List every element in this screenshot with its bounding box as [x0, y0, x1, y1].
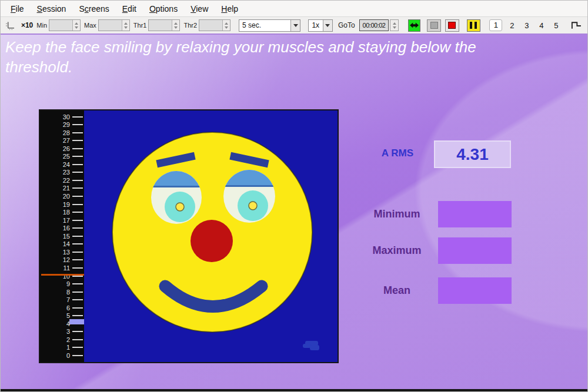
bottom-strip	[1, 389, 587, 391]
scale-tick-label: 17	[40, 217, 70, 224]
minimum-value-box	[438, 201, 512, 227]
playback-speed-value: 1x	[309, 21, 322, 29]
scale-tick-label: 5	[40, 312, 70, 319]
thr1-label: Thr1	[133, 22, 147, 29]
stop-button[interactable]	[445, 19, 459, 32]
scale-tick-label: 25	[40, 153, 70, 160]
scale-tick-label: 1	[40, 344, 70, 351]
scale-tick-label: 23	[40, 169, 70, 176]
menu-file[interactable]: File	[4, 2, 31, 16]
emg-face-widget: 3029282726252423222120191817161514131211…	[39, 109, 339, 363]
maximum-value-box	[438, 237, 512, 264]
screen-selector: 12345	[487, 19, 563, 31]
scale-tick-label: 29	[40, 121, 70, 128]
scale-tick-label: 18	[40, 209, 70, 216]
screen-5-button[interactable]: 5	[552, 21, 560, 30]
red-square-icon	[448, 22, 456, 29]
scale-tick-mark	[72, 355, 83, 356]
goto-time-spinner[interactable]	[390, 19, 398, 31]
scale-tick-mark	[72, 172, 83, 173]
scale-tick-mark	[72, 132, 83, 133]
scale-tick-mark	[72, 267, 83, 269]
scale-tick-label: 19	[40, 201, 70, 208]
step-line-icon[interactable]	[571, 21, 583, 30]
thr2-field[interactable]	[199, 19, 230, 31]
double-horizontal-arrow-icon	[409, 22, 419, 29]
scale-tick-mark	[72, 227, 83, 229]
scale-tick-label: 12	[40, 256, 70, 263]
scale-tick-mark	[72, 124, 83, 125]
scale-tick-label: 22	[40, 177, 70, 184]
goto-time-field[interactable]: 00:00:02	[359, 19, 389, 31]
menu-options[interactable]: Options	[143, 2, 184, 16]
chevron-down-icon[interactable]	[290, 20, 300, 31]
smiley-face-graphic	[84, 110, 338, 362]
up-down-arrows-icon[interactable]	[122, 20, 129, 31]
scale-tick-mark	[72, 220, 83, 221]
chevron-down-icon[interactable]	[323, 20, 332, 31]
pause-bar-icon	[475, 22, 477, 29]
scale-tick-label: 26	[40, 145, 70, 152]
playback-speed-combo[interactable]: 1x	[308, 19, 332, 32]
gray-square-icon	[430, 22, 438, 29]
thr1-field[interactable]	[148, 19, 180, 31]
scale-tick-label: 13	[40, 249, 70, 256]
min-label: Min	[36, 22, 47, 29]
menu-bar: FileSessionScreensEditOptionsViewHelp	[1, 1, 587, 17]
axes-icon[interactable]	[5, 21, 15, 31]
scale-tick-mark	[72, 140, 83, 141]
scale-tick-mark	[72, 236, 83, 237]
max-field[interactable]	[98, 19, 130, 31]
scale-tick-mark	[72, 156, 83, 157]
min-field[interactable]	[49, 19, 81, 31]
menu-session[interactable]: Session	[31, 2, 73, 16]
scale-tick-label: 6	[40, 304, 70, 311]
menu-edit[interactable]: Edit	[116, 2, 143, 16]
toolbar: ×10 MinMaxThr1Thr2 5 sec. 1x GoTo 00:00:…	[1, 17, 587, 35]
time-window-combo[interactable]: 5 sec.	[239, 19, 300, 32]
menu-help[interactable]: Help	[215, 2, 245, 16]
screen-1-button[interactable]: 1	[489, 19, 502, 31]
feedback-screen: Keep the face smiling by relaxing your m…	[1, 35, 587, 389]
scale-tick-mark	[72, 116, 83, 118]
scale-tick-label: 15	[40, 233, 70, 240]
scale-tick-label: 21	[40, 185, 70, 192]
scale-tick-label: 27	[40, 137, 70, 144]
range-fields: MinMaxThr1Thr2	[33, 19, 230, 31]
up-down-arrows-icon[interactable]	[222, 20, 230, 31]
screen-4-button[interactable]: 4	[537, 21, 546, 30]
signal-scale: 3029282726252423222120191817161514131211…	[40, 110, 84, 362]
scale-tick-label: 9	[40, 280, 70, 287]
scale-tick-mark	[72, 187, 83, 189]
gray-swatch-button[interactable]	[427, 19, 441, 32]
maximum-label: Maximum	[359, 244, 435, 257]
maker-logo-watermark	[303, 341, 319, 350]
screen-3-button[interactable]: 3	[522, 21, 531, 30]
minimum-label: Minimum	[359, 208, 435, 220]
goto-label: GoTo	[338, 21, 355, 29]
scale-tick-label: 4	[40, 320, 70, 327]
scale-tick-mark	[72, 259, 83, 260]
scale-tick-mark	[72, 243, 83, 244]
mean-label: Mean	[359, 284, 435, 297]
scale-tick-label: 14	[40, 240, 70, 247]
scale-tick-mark	[72, 204, 83, 205]
threshold-line[interactable]	[41, 274, 84, 276]
thr2-label: Thr2	[183, 22, 197, 29]
scale-tick-label: 3	[40, 328, 70, 335]
right-pupil	[249, 202, 257, 210]
scale-tick-mark	[72, 164, 83, 165]
scale-tick-label: 20	[40, 193, 70, 200]
up-down-arrows-icon[interactable]	[72, 20, 80, 31]
up-down-arrows-icon[interactable]	[172, 20, 179, 31]
scale-tick-mark	[72, 283, 83, 284]
scale-tick-mark	[72, 276, 83, 277]
direction-button[interactable]	[408, 19, 421, 32]
pause-button[interactable]	[467, 19, 481, 32]
screen-2-button[interactable]: 2	[507, 21, 516, 30]
scale-multiplier-label: ×10	[21, 21, 33, 29]
scale-tick-mark	[72, 212, 83, 213]
rms-value-box: 4.31	[434, 140, 511, 168]
menu-screens[interactable]: Screens	[72, 2, 115, 16]
menu-view[interactable]: View	[184, 2, 215, 16]
